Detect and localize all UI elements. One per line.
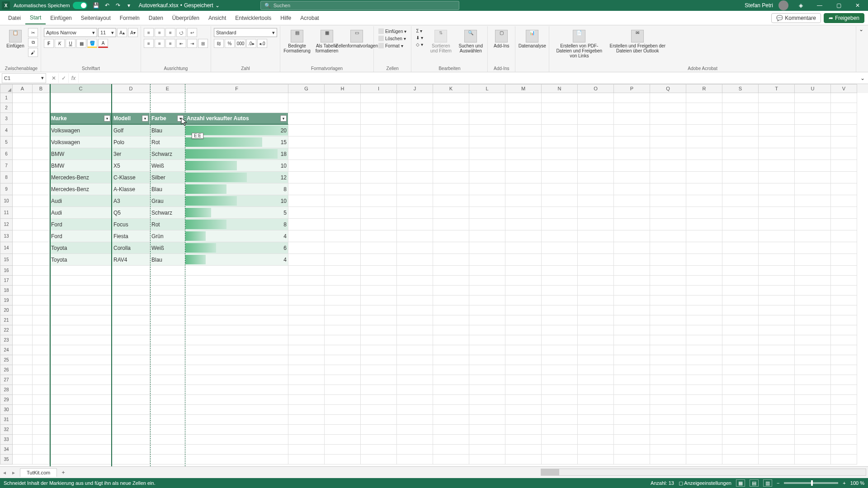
cell-P12[interactable] (614, 219, 650, 230)
cell-O18[interactable] (578, 286, 614, 296)
cell-J23[interactable] (397, 335, 433, 345)
autosave-toggle[interactable] (73, 2, 87, 9)
cell-U32[interactable] (795, 425, 831, 435)
cell-S17[interactable] (722, 276, 759, 286)
cell-L25[interactable] (469, 355, 505, 365)
cell-M4[interactable] (505, 125, 542, 136)
menu-tab-formeln[interactable]: Formeln (115, 12, 144, 24)
cell-P10[interactable] (614, 195, 650, 207)
menu-tab-seitenlayout[interactable]: Seitenlayout (76, 12, 115, 24)
cell-P16[interactable] (614, 266, 650, 276)
cell-S29[interactable] (722, 395, 759, 405)
cell-O2[interactable] (578, 103, 614, 113)
cell-P14[interactable] (614, 242, 650, 254)
cell-B22[interactable] (33, 325, 50, 335)
cell-U5[interactable] (795, 136, 831, 148)
cell-V5[interactable] (831, 136, 857, 148)
cell-D9[interactable]: A-Klasse (112, 183, 150, 195)
cell-G9[interactable] (288, 183, 325, 195)
cell-S19[interactable] (722, 296, 759, 305)
row-header[interactable]: 13 (0, 230, 13, 242)
cell-L4[interactable] (469, 125, 505, 136)
cell-C32[interactable] (50, 425, 112, 435)
cell-J33[interactable] (397, 435, 433, 445)
cell-A29[interactable] (13, 395, 33, 405)
cell-L21[interactable] (469, 315, 505, 325)
cell-S1[interactable] (722, 93, 759, 103)
row-header[interactable]: 12 (0, 219, 13, 230)
cell-D11[interactable]: Q5 (112, 207, 150, 219)
cell-K16[interactable] (433, 266, 469, 276)
cell-O26[interactable] (578, 365, 614, 375)
cell-L23[interactable] (469, 335, 505, 345)
clear-icon[interactable]: ◇ ▾ (414, 42, 425, 47)
menu-tab-überprüfen[interactable]: Überprüfen (168, 12, 204, 24)
redo-icon[interactable]: ↷ (113, 1, 123, 10)
sheet-tab[interactable]: TutKit.com (20, 468, 57, 477)
cell-I33[interactable] (361, 435, 397, 445)
cell-P31[interactable] (614, 415, 650, 425)
cell-E25[interactable] (150, 355, 185, 365)
cell-K11[interactable] (433, 207, 469, 219)
cell-K15[interactable] (433, 254, 469, 266)
cell-S30[interactable] (722, 405, 759, 415)
cell-C10[interactable]: Audi (50, 195, 112, 207)
cell-L8[interactable] (469, 172, 505, 183)
cell-I10[interactable] (361, 195, 397, 207)
cell-I35[interactable] (361, 455, 397, 465)
cell-T4[interactable] (759, 125, 795, 136)
cell-H23[interactable] (325, 335, 361, 345)
cell-L18[interactable] (469, 286, 505, 296)
cell-E8[interactable]: Silber (150, 172, 185, 183)
cell-S27[interactable] (722, 375, 759, 385)
share-button[interactable]: ➦ Freigeben (824, 13, 864, 23)
cell-H14[interactable] (325, 242, 361, 254)
cell-U4[interactable] (795, 125, 831, 136)
cell-I34[interactable] (361, 445, 397, 455)
cell-G24[interactable] (288, 345, 325, 355)
cell-P11[interactable] (614, 207, 650, 219)
align-center-icon[interactable]: ≡ (155, 39, 165, 48)
cell-O7[interactable] (578, 160, 614, 172)
cell-K8[interactable] (433, 172, 469, 183)
cell-M22[interactable] (505, 325, 542, 335)
row-header[interactable]: 30 (0, 405, 13, 415)
find-select-button[interactable]: 🔍Suchen und Auswählen (457, 28, 485, 55)
cell-K25[interactable] (433, 355, 469, 365)
cell-J28[interactable] (397, 385, 433, 395)
row-header[interactable]: 11 (0, 207, 13, 219)
cell-D15[interactable]: RAV4 (112, 254, 150, 266)
cell-T2[interactable] (759, 103, 795, 113)
cell-K9[interactable] (433, 183, 469, 195)
cell-Q24[interactable] (650, 345, 686, 355)
cell-T26[interactable] (759, 365, 795, 375)
cell-T3[interactable] (759, 113, 795, 125)
cell-T9[interactable] (759, 183, 795, 195)
cell-T28[interactable] (759, 385, 795, 395)
cell-H3[interactable] (325, 113, 361, 125)
cell-P26[interactable] (614, 365, 650, 375)
cell-E27[interactable] (150, 375, 185, 385)
cell-S22[interactable] (722, 325, 759, 335)
inc-decimal-icon[interactable]: .0▸ (246, 39, 256, 48)
page-layout-view-icon[interactable]: ▤ (750, 479, 759, 487)
cell-L3[interactable] (469, 113, 505, 125)
cell-M17[interactable] (505, 276, 542, 286)
cell-E2[interactable] (150, 103, 185, 113)
cell-G34[interactable] (288, 445, 325, 455)
row-header[interactable]: 25 (0, 355, 13, 365)
cell-O20[interactable] (578, 305, 614, 315)
cell-B11[interactable] (33, 207, 50, 219)
zoom-slider[interactable] (784, 482, 838, 484)
cell-O1[interactable] (578, 93, 614, 103)
cell-L31[interactable] (469, 415, 505, 425)
cell-B2[interactable] (33, 103, 50, 113)
cell-M23[interactable] (505, 335, 542, 345)
cell-M30[interactable] (505, 405, 542, 415)
cell-G2[interactable] (288, 103, 325, 113)
cell-H10[interactable] (325, 195, 361, 207)
cell-D14[interactable]: Corolla (112, 242, 150, 254)
cell-N7[interactable] (542, 160, 578, 172)
cell-A25[interactable] (13, 355, 33, 365)
cell-M6[interactable] (505, 148, 542, 160)
